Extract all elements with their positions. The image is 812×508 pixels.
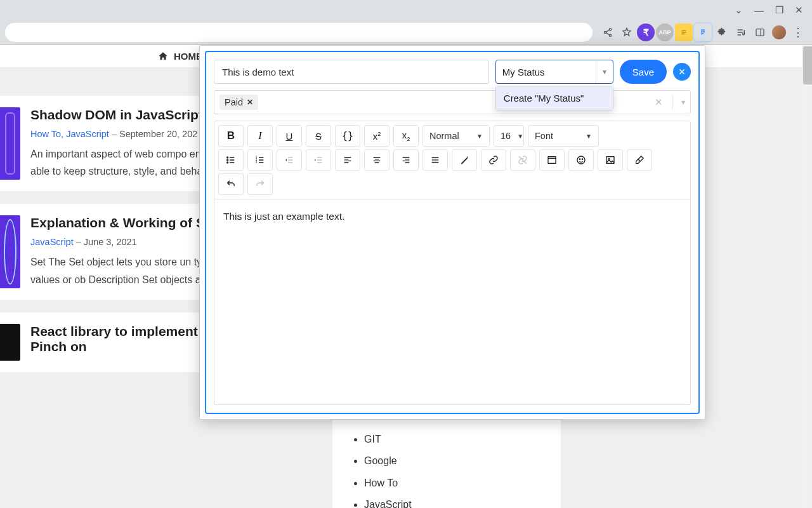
svg-text:3: 3 <box>256 161 258 164</box>
svg-point-6 <box>227 162 228 163</box>
tab-dropdown-icon[interactable]: ⌄ <box>735 4 743 16</box>
status-select-value: My Status <box>502 67 545 77</box>
article-categories[interactable]: How To, JavaScript <box>30 129 109 139</box>
close-button[interactable] <box>673 63 691 81</box>
subscript-button[interactable]: x2 <box>393 125 419 147</box>
home-icon <box>157 51 169 62</box>
bold-button[interactable]: B <box>218 125 244 147</box>
text-color-button[interactable] <box>452 149 477 171</box>
sidebar-item[interactable]: GIT <box>364 429 543 450</box>
redo-button[interactable] <box>247 173 273 195</box>
article-date: September 20, 202 <box>119 129 197 139</box>
paragraph-style-select[interactable]: Normal▼ <box>422 125 490 147</box>
bullet-list-button[interactable] <box>218 149 244 171</box>
window-minimize-icon[interactable]: — <box>754 5 764 16</box>
save-button[interactable]: Save <box>620 60 667 84</box>
chevron-down-icon: ▾ <box>596 60 606 83</box>
article-thumbnail <box>0 215 20 288</box>
chevron-down-icon: ▼ <box>517 133 523 140</box>
chevron-down-icon: ▼ <box>586 133 592 140</box>
editor-toolbar: B I U S {} x2 x2 Normal▼ 16▼ Font▼ <box>214 121 691 199</box>
font-family-select[interactable]: Font▼ <box>528 125 599 147</box>
svg-rect-10 <box>548 157 556 164</box>
article-categories[interactable]: JavaScript <box>30 237 74 247</box>
link-button[interactable] <box>481 149 506 171</box>
nav-home[interactable]: HOME <box>174 51 202 62</box>
underline-button[interactable]: U <box>277 125 302 147</box>
media-icon[interactable] <box>732 23 750 41</box>
article-thumbnail <box>0 324 20 361</box>
window-titlebar: ⌄ — ❐ ✕ <box>0 0 812 20</box>
rupee-ext-icon[interactable]: ₹ <box>637 23 655 41</box>
bookmark-star-icon[interactable] <box>618 23 636 41</box>
svg-point-11 <box>577 156 585 164</box>
share-icon[interactable] <box>599 23 617 41</box>
sidebar-item[interactable]: JavaScript <box>364 494 543 508</box>
clipper-ext-icon[interactable] <box>694 23 712 41</box>
window-close-icon[interactable]: ✕ <box>795 4 803 16</box>
svg-rect-14 <box>606 157 614 164</box>
divider <box>672 95 672 109</box>
status-dropdown: Create "My Status" <box>495 86 613 110</box>
tag-remove-icon[interactable]: ✕ <box>247 98 253 107</box>
profile-avatar[interactable] <box>770 23 788 41</box>
superscript-button[interactable]: x2 <box>364 125 390 147</box>
close-icon <box>678 68 686 76</box>
window-maximize-icon[interactable]: ❐ <box>775 4 783 16</box>
svg-point-12 <box>579 159 580 159</box>
browser-toolbar: ₹ ABP ⋮ <box>0 20 812 44</box>
article-date: June 3, 2021 <box>84 237 137 247</box>
svg-point-13 <box>582 159 582 159</box>
article-thumbnail <box>0 107 20 180</box>
kebab-menu-icon[interactable]: ⋮ <box>789 23 807 41</box>
svg-point-5 <box>227 159 228 161</box>
sidebar-item[interactable]: How To <box>364 472 543 494</box>
tag-label: Paid <box>225 97 243 107</box>
sidebar-item[interactable]: Google <box>364 450 543 472</box>
note-title-input[interactable] <box>214 60 489 84</box>
font-size-select[interactable]: 16▼ <box>494 125 524 147</box>
tags-clear-icon[interactable]: ✕ <box>655 97 663 108</box>
svg-rect-3 <box>756 29 764 36</box>
embed-button[interactable] <box>539 149 565 171</box>
align-center-button[interactable] <box>364 149 390 171</box>
code-block-button[interactable]: {} <box>335 125 360 147</box>
note-ext-icon[interactable] <box>675 23 693 41</box>
align-right-button[interactable] <box>393 149 419 171</box>
omnibox[interactable] <box>5 23 593 42</box>
status-select[interactable]: My Status ▾ Create "My Status" <box>495 60 613 84</box>
svg-point-4 <box>227 157 228 158</box>
ordered-list-button[interactable]: 123 <box>247 149 273 171</box>
page-scrollbar[interactable] <box>802 45 811 508</box>
category-sidebar: GIT Google How To JavaScript <box>332 418 561 508</box>
outdent-button[interactable] <box>277 149 302 171</box>
align-justify-button[interactable] <box>422 149 448 171</box>
abp-ext-icon[interactable]: ABP <box>656 23 674 41</box>
emoji-button[interactable] <box>568 149 594 171</box>
extensions-puzzle-icon[interactable] <box>713 23 731 41</box>
sidepanel-icon[interactable] <box>751 23 769 41</box>
indent-button[interactable] <box>306 149 331 171</box>
page-viewport: HOME Shadow DOM in JavaScript How To, Ja… <box>0 44 812 508</box>
editor-content: This is just an example text. <box>223 211 344 222</box>
tag-chip: Paid ✕ <box>219 95 258 110</box>
status-create-option[interactable]: Create "My Status" <box>496 86 613 110</box>
align-left-button[interactable] <box>335 149 360 171</box>
undo-button[interactable] <box>218 173 244 195</box>
editor-body[interactable]: This is just an example text. <box>214 199 691 405</box>
eraser-button[interactable] <box>627 149 652 171</box>
strike-button[interactable]: S <box>306 125 331 147</box>
italic-button[interactable]: I <box>247 125 273 147</box>
chevron-down-icon[interactable]: ▾ <box>681 98 685 107</box>
chevron-down-icon: ▼ <box>476 133 483 140</box>
image-button[interactable] <box>598 149 623 171</box>
scrollbar-thumb[interactable] <box>803 46 812 84</box>
tags-field[interactable]: Paid ✕ ✕ ▾ <box>214 90 691 114</box>
extension-popup: My Status ▾ Create "My Status" Save Paid… <box>199 45 705 420</box>
unlink-button[interactable] <box>510 149 535 171</box>
